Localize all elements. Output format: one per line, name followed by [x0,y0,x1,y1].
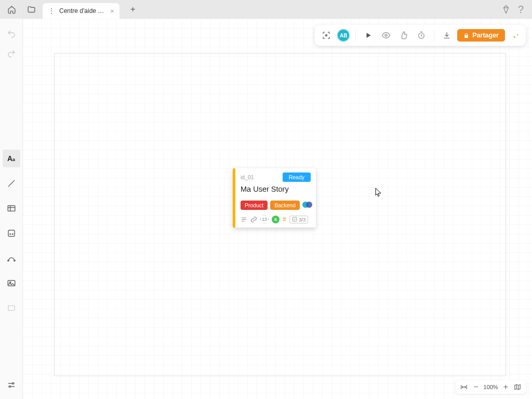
svg-point-5 [14,260,15,261]
download-button[interactable] [440,28,454,43]
home-icon [7,5,16,14]
svg-rect-0 [8,206,15,211]
settings-tool[interactable] [3,376,20,394]
frame-tool[interactable] [3,299,20,317]
card-title: Ma User Story [241,185,311,193]
assignee-avatar[interactable]: S [272,216,280,223]
table-tool[interactable] [3,200,20,217]
sticky-tool[interactable] [3,224,20,242]
story-points[interactable]: 13 [260,215,269,223]
svg-point-12 [385,34,387,36]
link-icon[interactable] [250,216,257,223]
frame-icon [7,303,16,313]
line-icon [7,179,16,188]
canvas[interactable]: AB Partager [23,19,532,399]
tab-bar: ⋮ Centre d'aide - Cu… × + ? [0,0,532,19]
help-icon[interactable]: ? [518,4,524,16]
card-id: id_01 [241,174,254,180]
context-toolbar: AB Partager [315,25,526,46]
priority-icon[interactable]: = [283,216,286,223]
thumbs-up-icon [400,31,408,39]
zoom-out-button[interactable]: − [473,382,478,392]
folder-icon [27,5,36,14]
color-pair-icon[interactable] [302,202,311,209]
svg-point-3 [12,234,13,235]
tag-product[interactable]: Product [241,201,268,210]
play-icon [365,32,372,39]
fit-width-button[interactable] [460,383,468,391]
zoom-level: 100% [484,384,498,390]
projects-button[interactable] [23,2,39,17]
timer-button[interactable] [414,28,429,43]
close-icon[interactable]: × [110,7,114,15]
left-toolbar: Aa [0,19,23,399]
svg-point-2 [10,234,11,235]
svg-point-10 [9,386,10,388]
text-icon: Aa [7,154,15,163]
image-tool[interactable] [3,274,20,292]
tab-active[interactable]: ⋮ Centre d'aide - Cu… × [43,3,119,19]
image-icon [7,278,16,288]
tab-label: Centre d'aide - Cu… [59,7,106,15]
new-tab-button[interactable]: + [126,2,140,17]
share-button[interactable]: Partager [457,29,505,42]
fit-width-icon [460,383,468,391]
zoom-in-button[interactable]: + [503,382,508,392]
zoom-bar: − 100% + [456,380,526,394]
present-button[interactable] [361,28,376,43]
checklist-indicator[interactable]: 3/3 [289,216,308,223]
checklist-count: 3/3 [299,217,305,222]
sliders-icon [7,380,16,390]
pin-icon [510,31,520,40]
pin-button[interactable] [508,31,522,40]
avatar[interactable]: AB [337,29,350,42]
focus-button[interactable] [319,28,334,43]
story-card[interactable]: id_01 Ready Ma User Story Product Backen… [233,168,316,228]
sticky-icon [7,229,16,238]
connector-tool[interactable] [3,249,20,267]
visibility-button[interactable] [379,28,393,43]
timer-icon [417,31,425,39]
svg-point-4 [7,260,8,261]
map-icon [513,383,522,391]
undo-button[interactable] [3,25,20,43]
text-tool[interactable]: Aa [3,150,20,167]
status-badge[interactable]: Ready [283,172,311,182]
undo-icon [7,29,16,38]
lock-icon [463,33,469,38]
svg-rect-8 [8,306,15,311]
tag-backend[interactable]: Backend [270,201,300,210]
avatar-initials: AB [340,33,347,38]
redo-button[interactable] [3,45,20,62]
minimap-button[interactable] [513,383,522,391]
connector-icon [7,254,16,263]
svg-rect-1 [8,230,15,236]
table-icon [7,204,16,213]
reactions-button[interactable] [396,28,411,43]
svg-rect-14 [292,217,297,221]
description-icon[interactable] [241,216,247,223]
share-button-label: Partager [472,32,499,39]
svg-point-9 [12,383,14,384]
eye-icon [381,31,391,40]
tab-menu-icon[interactable]: ⋮ [48,7,55,15]
redo-icon [7,49,16,58]
diamond-icon[interactable] [501,5,511,14]
focus-icon [322,31,331,40]
line-tool[interactable] [3,175,20,192]
svg-point-11 [326,35,327,36]
checkbox-icon [292,217,297,222]
home-button[interactable] [3,2,20,17]
download-icon [443,31,451,39]
